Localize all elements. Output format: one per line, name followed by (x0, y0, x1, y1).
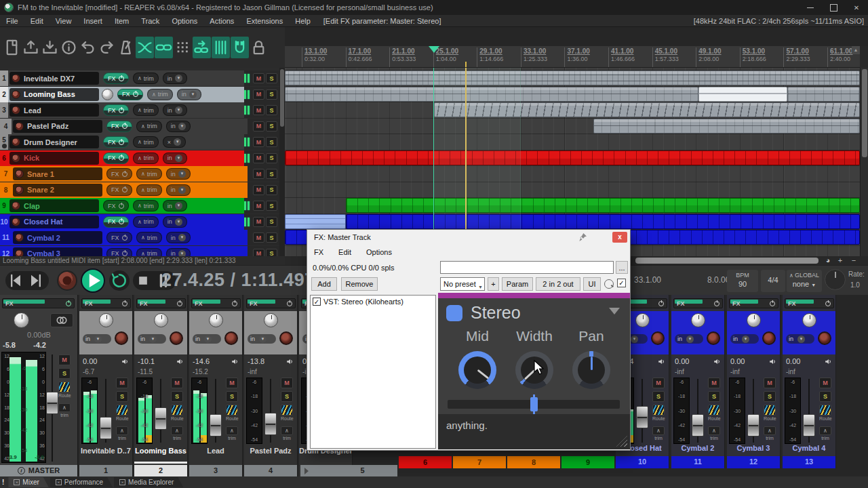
solo-button[interactable]: S (266, 153, 277, 163)
route-icon[interactable] (652, 405, 665, 415)
strip-pan-knob[interactable] (99, 313, 113, 327)
menu-item[interactable]: View (50, 15, 78, 27)
item-grouping-icon[interactable] (155, 37, 173, 58)
plugin-menu-dropdown-icon[interactable] (609, 308, 620, 314)
strip-fader[interactable] (270, 379, 271, 443)
strip-mute-button[interactable]: M (226, 378, 238, 388)
speaker-icon[interactable] (176, 357, 184, 366)
tab-close-icon[interactable] (56, 479, 62, 485)
strip-pan-knob[interactable] (691, 313, 705, 327)
master-mute-button[interactable]: M (58, 354, 71, 365)
solo-button[interactable]: S (266, 105, 277, 115)
input-dropdown[interactable]: in ▼ (163, 216, 187, 228)
strip-fx-button[interactable]: FX (785, 298, 834, 308)
mute-button[interactable]: M (253, 137, 264, 147)
fx-more-button[interactable]: ... (616, 261, 628, 274)
arrange-zoom-menu-icon[interactable]: ◕ (822, 256, 834, 265)
track-name-chip[interactable]: Drum Designer (9, 136, 99, 148)
fx-button[interactable]: FX (106, 121, 132, 132)
fx-power-icon[interactable] (825, 301, 831, 306)
fx-remove-button[interactable]: Remove (341, 277, 378, 291)
input-dropdown[interactable]: in ▼ (163, 104, 187, 116)
auto-crossfade-icon[interactable] (136, 37, 154, 58)
pan-knob[interactable] (572, 351, 610, 389)
arrange-horizontal-scrollbar[interactable] (635, 258, 818, 264)
solo-button[interactable]: S (266, 137, 277, 147)
collapsed-track-tab[interactable]: 8 (507, 456, 560, 468)
speaker-icon[interactable] (121, 357, 130, 366)
ruler-tick[interactable]: 25.1.00 1:04.00 (433, 47, 477, 68)
ruler-tick[interactable]: 37.1.00 1:36.00 (564, 47, 608, 68)
mute-button[interactable]: M (253, 217, 264, 227)
route-icon[interactable] (58, 382, 71, 392)
strip-mute-button[interactable]: M (281, 378, 293, 388)
fx-add-button[interactable]: Add (311, 277, 337, 291)
fx-power-icon[interactable] (119, 140, 124, 145)
collapsed-track-tab[interactable]: 9 (561, 456, 614, 468)
fx-power-icon[interactable] (122, 235, 127, 241)
track-pan-knob[interactable] (102, 89, 113, 100)
ruler-tick[interactable]: 21.1.00 0:53.333 (389, 47, 433, 68)
trim-button[interactable]: ∧ trim (133, 73, 159, 84)
track-name-chip[interactable]: Cymbal 2 (13, 231, 102, 244)
fx-power-icon[interactable] (714, 301, 719, 306)
speaker-icon[interactable] (285, 357, 294, 366)
strip-solo-button[interactable]: S (819, 391, 831, 402)
strip-mute-button[interactable]: M (819, 378, 831, 388)
maximize-button[interactable] (822, 0, 845, 15)
strip-fader[interactable] (105, 379, 106, 443)
track-number-tab[interactable]: 1 (0, 70, 8, 86)
mute-button[interactable]: M (253, 89, 264, 100)
solo-button[interactable]: S (266, 217, 277, 227)
strip-volume-value[interactable]: -10.1 (138, 357, 155, 366)
record-button[interactable] (57, 270, 77, 291)
strip-fx-button[interactable]: FX (191, 298, 241, 308)
fader-handle[interactable] (803, 414, 815, 436)
fx-button[interactable]: FX (103, 73, 129, 84)
mixer-strip[interactable]: FX in ▼ 0.00 -6.7 (79, 295, 133, 476)
fx-chain-item[interactable]: ✓ VST: Stereo (Kilohearts) (313, 298, 433, 306)
menu-item[interactable]: Options (165, 15, 203, 27)
strip-input-dropdown[interactable]: in ▼ (193, 334, 221, 344)
fx-window-close-button[interactable]: x (612, 232, 627, 243)
strip-number-tab[interactable]: 11 (671, 456, 724, 468)
stop-button[interactable] (133, 271, 153, 290)
metronome-icon[interactable] (117, 37, 135, 58)
midi-item[interactable] (346, 214, 860, 229)
collapsed-track-tab[interactable]: 7 (453, 456, 506, 468)
track-name-chip[interactable]: Kick (9, 152, 99, 165)
menu-item[interactable]: Item (108, 15, 135, 27)
grid-lines-icon[interactable] (212, 37, 230, 58)
fader-handle[interactable] (155, 407, 167, 430)
menu-item[interactable]: File (0, 15, 24, 27)
trim-button[interactable]: ∧ trim (133, 152, 159, 164)
repeat-button[interactable] (109, 270, 130, 291)
strip-mute-button[interactable]: M (764, 378, 776, 388)
route-icon[interactable] (281, 405, 293, 415)
docker-tab[interactable]: Media Explorer (114, 477, 183, 487)
fx-power-icon[interactable] (133, 92, 138, 97)
ruler-tick[interactable]: 17.1.00 0:42.666 (346, 47, 389, 68)
fx-power-icon[interactable] (122, 301, 127, 306)
record-arm-icon[interactable] (12, 74, 20, 83)
midi-item[interactable] (285, 70, 860, 85)
close-button[interactable] (845, 0, 868, 15)
fx-button[interactable]: FX (106, 168, 132, 180)
strip-volume-value[interactable]: -13.8 (248, 357, 264, 366)
track-number-tab[interactable]: 11 (0, 230, 12, 245)
speaker-icon[interactable] (713, 357, 722, 366)
record-arm-icon[interactable] (12, 154, 20, 163)
track-number-tab[interactable]: 9 (0, 198, 8, 214)
transport-time-display[interactable]: 27.4.25 / 1:11.497 (161, 270, 315, 291)
track-row[interactable]: 6 Kick FX ∧ trim (0, 150, 279, 166)
strip-fader[interactable] (753, 379, 754, 443)
strip-input-dropdown[interactable]: in ▼ (138, 334, 166, 344)
trim-button[interactable]: ∧ trim (136, 168, 162, 180)
fx-comment-input[interactable] (440, 261, 614, 274)
strip-fx-button[interactable]: FX (673, 298, 723, 308)
ruler-tick[interactable]: 49.1.00 2:08.00 (696, 47, 739, 68)
fx-menu-item[interactable]: Edit (338, 248, 351, 256)
mixer-strip[interactable]: FX in ▼ -14.6 -15 (189, 295, 243, 476)
solo-button[interactable]: S (266, 89, 277, 100)
fader-handle[interactable] (636, 406, 648, 428)
